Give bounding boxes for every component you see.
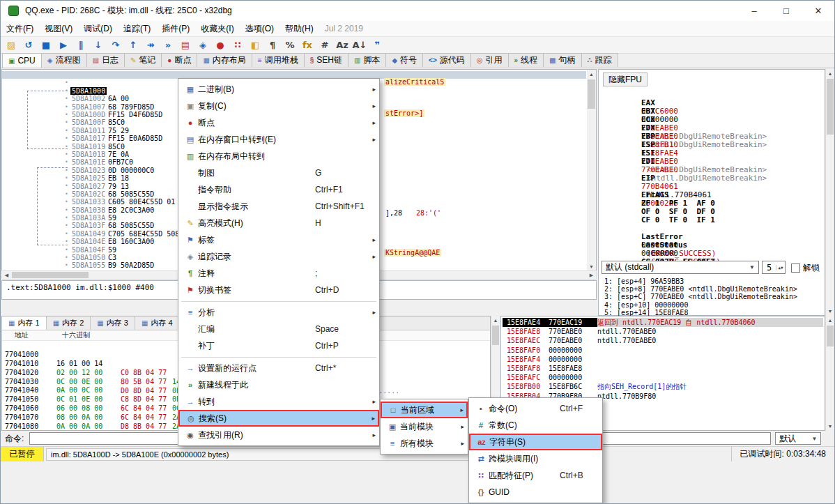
- scroll-down-icon[interactable]: ▼: [587, 262, 596, 270]
- menubar-item[interactable]: 收藏夹(I): [195, 21, 239, 36]
- minimize-button[interactable]: –: [738, 0, 770, 21]
- context-menu-item[interactable]: → 设置新的运行点 Ctrl+*: [178, 360, 379, 376]
- context-menu-item[interactable]: [178, 298, 379, 304]
- stack-row[interactable]: 15E8FAF4 00000000: [503, 355, 823, 364]
- call-argument-row[interactable]: 3: [esp+C] 770EABE0 <ntdll.DbgUiRemoteBr…: [604, 293, 823, 300]
- submenu-item[interactable]: ▣ 当前模块 ▸: [381, 418, 468, 435]
- context-menu-item[interactable]: 指令帮助 Ctrl+F1: [178, 181, 379, 198]
- context-menu-item[interactable]: ▥ 在内存布局中转到: [178, 148, 379, 165]
- context-menu-item[interactable]: ▤ 在内存窗口中转到(E) ▸: [178, 131, 379, 148]
- pause-button[interactable]: ∥: [72, 38, 89, 53]
- run-button[interactable]: ▶: [55, 38, 72, 53]
- submenu-item[interactable]: □ 当前区域 ▸: [381, 402, 468, 418]
- chat-button[interactable]: ❞: [369, 38, 385, 53]
- stack-row[interactable]: 15E8FAE4 770EAC19 返回到 ntdll.770EAC19 自 n…: [503, 318, 823, 327]
- menubar-item[interactable]: 调试(D): [78, 21, 118, 36]
- font-button[interactable]: Az: [334, 38, 351, 53]
- menubar-item[interactable]: 追踪(T): [118, 21, 156, 36]
- stack-row[interactable]: 15E8FAFC 00000000: [503, 373, 823, 382]
- context-menu-item[interactable]: ¶ 注释 ;: [178, 265, 379, 282]
- context-menu-item[interactable]: 汇编 Space: [178, 321, 379, 337]
- view-tab[interactable]: ▥ 脚本: [348, 53, 386, 67]
- unlock-control[interactable]: 解锁: [791, 262, 820, 274]
- view-tab[interactable]: ● 断点: [161, 53, 197, 67]
- context-menu-item[interactable]: ◉ 查找引用(R) ▸: [178, 427, 379, 443]
- scroll-down-icon[interactable]: ▼: [826, 422, 834, 431]
- stack-row[interactable]: 15E8FAF0 00000000: [503, 346, 823, 355]
- breakpoints-button[interactable]: ●: [212, 38, 229, 53]
- view-tab[interactable]: ∴ 跟踪: [581, 53, 618, 67]
- context-menu-item[interactable]: » 新建线程于此: [178, 376, 379, 393]
- calling-convention-select[interactable]: 默认 (stdcall) ▼: [602, 261, 759, 274]
- view-tab[interactable]: ▣ CPU: [2, 53, 42, 68]
- context-menu-item[interactable]: ● 断点 ▸: [178, 114, 379, 131]
- view-tab[interactable]: ◎ 引用: [470, 53, 509, 67]
- settings-button[interactable]: %: [282, 38, 298, 53]
- context-menu-item[interactable]: 补丁 Ctrl+P: [178, 337, 379, 354]
- scroll-left-icon[interactable]: ◀: [2, 271, 11, 279]
- menubar-item[interactable]: 选项(O): [240, 21, 279, 36]
- stack-row[interactable]: 15E8FAEC 770EABE0 ntdll.770EABE0: [503, 336, 823, 345]
- disasm-vscrollbar[interactable]: ▲ ▼: [587, 70, 596, 270]
- hide-fpu-button[interactable]: 隐藏FPU: [603, 72, 648, 86]
- register-row[interactable]: EAX 007C6000: [604, 91, 822, 99]
- dump-tab[interactable]: ▦ 内存 3: [91, 316, 135, 330]
- scroll-down-icon[interactable]: ▼: [826, 307, 834, 316]
- submenu-item[interactable]: ≡ 所有模块 ▸: [381, 435, 468, 452]
- dump-tab[interactable]: ▦ 内存 2: [47, 316, 91, 330]
- hash-button[interactable]: #: [316, 38, 333, 53]
- maximize-button[interactable]: □: [770, 0, 802, 21]
- scroll-right-icon[interactable]: ▶: [587, 271, 596, 279]
- close-button[interactable]: ✕: [802, 0, 834, 21]
- context-menu-item[interactable]: [178, 354, 379, 360]
- scroll-up-icon[interactable]: ▲: [826, 69, 834, 78]
- context-menu-item[interactable]: ▦ 二进制(B) ▸: [178, 81, 379, 98]
- call-argument-row[interactable]: 4: [esp+10] 00000000: [604, 301, 823, 309]
- step-into-button[interactable]: ↓: [90, 38, 107, 53]
- view-tab[interactable]: ◈ 流程图: [41, 53, 87, 67]
- menubar-item[interactable]: 视图(V): [39, 21, 78, 36]
- menubar-item[interactable]: 帮助(H): [279, 21, 319, 36]
- sort-button[interactable]: A↓: [351, 38, 368, 53]
- stack-vscrollbar[interactable]: ▲ ▼: [825, 316, 834, 431]
- step-over-button[interactable]: ↷: [107, 38, 124, 53]
- stepper-arrows-icon[interactable]: ▲▼: [776, 265, 785, 270]
- graph-button[interactable]: ◈: [194, 38, 211, 53]
- submenu-item[interactable]: # 常数(C): [469, 417, 602, 434]
- call-argument-row[interactable]: 2: [esp+8] 770EABE0 <ntdll.DbgUiRemoteBr…: [604, 285, 823, 293]
- call-argument-row[interactable]: 1: [esp+4] 96A59BB3: [604, 277, 823, 285]
- view-tab[interactable]: <> 源代码: [422, 53, 471, 67]
- command-profile-select[interactable]: 默认 ▼: [775, 432, 821, 445]
- memory-map-button[interactable]: ∷: [229, 38, 246, 53]
- dump-tab[interactable]: ▦ 内存 1: [2, 316, 47, 330]
- scroll-thumb[interactable]: [588, 79, 595, 109]
- context-menu-item[interactable]: → 转到 ▸: [178, 393, 379, 410]
- scroll-up-icon[interactable]: ▲: [587, 70, 596, 79]
- patch-button[interactable]: ◧: [247, 38, 263, 53]
- context-menu-item[interactable]: ◈ 追踪记录 ▸: [178, 248, 379, 265]
- scroll-up-icon[interactable]: ▲: [826, 316, 834, 325]
- submenu-item[interactable]: ▪ 命令(O) Ctrl+F: [469, 400, 602, 417]
- context-menu-item[interactable]: ◎ 搜索(S) ▸: [178, 410, 379, 427]
- menubar-item[interactable]: 文件(F): [1, 21, 39, 36]
- scroll-thumb[interactable]: [827, 326, 834, 346]
- context-menu-item[interactable]: ▣ 复制(C) ▸: [178, 98, 379, 114]
- scroll-thumb[interactable]: [492, 326, 499, 345]
- view-tab[interactable]: ✎ 笔记: [124, 53, 162, 67]
- registers-panel[interactable]: 隐藏FPU EAX 007C6000 EBX 00000000 ECX 770E…: [598, 69, 825, 316]
- assembler-fx-button[interactable]: fx: [299, 38, 316, 53]
- animate-button[interactable]: »: [160, 38, 176, 53]
- stop-button[interactable]: ■: [38, 38, 54, 53]
- context-menu-item[interactable]: ⚑ 标签 ▸: [178, 231, 379, 248]
- scroll-thumb[interactable]: [827, 79, 834, 135]
- registers-vscrollbar[interactable]: ▲ ▼: [825, 69, 834, 316]
- step-out-button[interactable]: ↑: [125, 38, 141, 53]
- scroll-thumb[interactable]: [12, 272, 89, 278]
- restart-button[interactable]: ↺: [20, 38, 37, 53]
- comment-button[interactable]: ¶: [264, 38, 281, 53]
- run-to-return-button[interactable]: ↠: [142, 38, 159, 53]
- context-menu-item[interactable]: ⚑ 切换书签 Ctrl+D: [178, 282, 379, 298]
- context-menu-item[interactable]: ✎ 高亮模式(H) H: [178, 215, 379, 231]
- submenu-item[interactable]: {} GUID: [469, 484, 602, 501]
- open-file-button[interactable]: ▨: [3, 38, 20, 53]
